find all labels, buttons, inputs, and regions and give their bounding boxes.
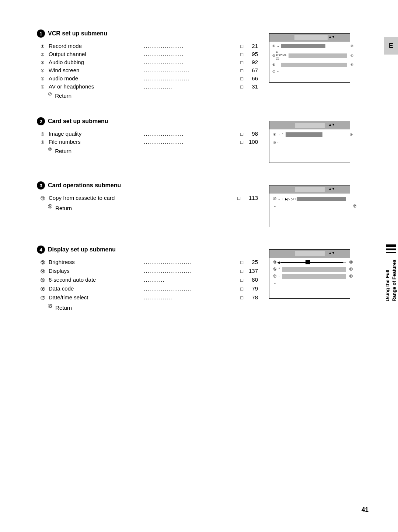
section-card-ops-heading: 3 Card operations submenu (37, 181, 258, 189)
card-ops-diagram: ▲▼ ⑪ → + ▶▷ ▷□ ← ⑫ (269, 185, 350, 227)
dots-14: ......................... (144, 268, 239, 274)
heading-circle-2: 2 (37, 117, 45, 125)
icon-13: □ (240, 260, 243, 265)
display-row14-num-right: ⑭ (349, 260, 353, 265)
vcr-row-1: ① → ② (272, 44, 347, 48)
heading-text-card: Card set up submenu (48, 118, 108, 125)
page-num-17: 78 (245, 294, 258, 300)
section-vcr: 1 VCR set up submenu ① Record mode .....… (37, 29, 365, 99)
card-ops-row11-bar (297, 197, 346, 201)
side-label: Using the Full Range of Features (384, 221, 398, 324)
page-num-13: 25 (245, 259, 258, 265)
return-num-display: ⑱ (48, 303, 52, 309)
return-vcr: ⑦ Return (37, 91, 258, 99)
item-num-11: ⑪ (41, 195, 47, 202)
card-ops-row11-arrow: → (277, 197, 281, 201)
section-display-left: 4 Display set up submenu ⑬ Brightness ..… (37, 246, 258, 311)
card-row8-num: ⑧ (273, 133, 276, 136)
menu-item-image-quality: ⑧ Image quality ..................... □ … (37, 131, 258, 137)
vcr-row1-bar (281, 44, 325, 48)
section-display-heading: 4 Display set up submenu (37, 246, 258, 254)
menu-item-wind-screen: ④ Wind screen ........................ □… (37, 67, 258, 73)
card-ops-diag-updown: ▲▼ (328, 187, 335, 191)
menu-item-audio-dubbing: ③ Audio dubbing ..................... □ … (37, 59, 258, 65)
display-row15-bar (282, 267, 346, 272)
item-num-5: ⑤ (41, 76, 47, 81)
dots-4: ........................ (144, 67, 239, 73)
icon-3: □ (240, 60, 243, 65)
icon-14: □ (240, 268, 243, 274)
menu-item-data-code: ⑯ Data code ......................... □ … (37, 285, 258, 292)
side-label-line2: Range of Features (391, 260, 397, 301)
section-tab-e: E (384, 37, 398, 55)
menu-item-6sec-auto-date: ⑮ 6-second auto date ........... □ 80 (37, 277, 258, 284)
section-card-ops: 3 Card operations submenu ⑪ Copy from ca… (37, 181, 365, 227)
display-diag-header: ▲▼ (269, 250, 350, 258)
return-display: ⑱ Return (37, 303, 258, 311)
card-diagram: ▲▼ ⑧ → " ⑨ ⑩ ← (269, 121, 350, 163)
dots-2: ..................... (144, 51, 239, 57)
item-text-audio-dubbing: Audio dubbing (49, 59, 144, 65)
section-card-setup: 2 Card set up submenu ⑧ Image quality ..… (37, 117, 365, 163)
side-bars-decoration (386, 244, 396, 253)
page-num-14: 137 (245, 268, 258, 274)
item-text-displays: Displays (49, 268, 144, 274)
heading-text-card-ops: Card operations submenu (48, 182, 121, 189)
card-return-row: ⑩ ← (273, 140, 346, 145)
item-text-data-code: Data code (49, 285, 144, 292)
dots-1: ..................... (144, 43, 239, 49)
vcr-row1-arrow: → (276, 44, 280, 48)
card-ops-diag-body: ⑪ → + ▶▷ ▷□ ← ⑫ (269, 194, 350, 227)
return-num-vcr: ⑦ (48, 91, 52, 97)
page-num-15: 80 (245, 277, 258, 283)
display-row-15: ⑮ " ⑯ (273, 267, 346, 272)
vcr-return-num: ⑦ (272, 70, 275, 73)
card-row8-bar (286, 132, 322, 137)
vcr-row3-bar (289, 53, 347, 58)
return-num-card: ⑩ (48, 147, 52, 152)
page-num-8: 98 (245, 131, 258, 137)
item-num-14: ⑭ (41, 268, 47, 275)
menu-item-file-numbers: ⑨ File numbers ..................... □ 1… (37, 139, 258, 145)
tab-label: E (389, 42, 393, 50)
return-text-ops: Return (55, 205, 72, 211)
card-ops-row-11: ⑪ → + ▶▷ ▷□ (273, 197, 346, 201)
display-return-arrow: ← (273, 281, 277, 285)
page-num-16: 79 (245, 285, 258, 292)
icon-15: □ (240, 277, 243, 283)
bar-thick (386, 244, 396, 247)
card-row8-quote: " (282, 133, 283, 137)
return-text-display: Return (55, 305, 72, 311)
heading-circle-1: 1 (37, 29, 45, 38)
dots-6: ............... (144, 83, 239, 90)
dots-13: ......................... (144, 259, 239, 265)
display-diag-header-bar (295, 251, 325, 256)
item-text-brightness: Brightness (49, 259, 144, 265)
icon-6: □ (240, 84, 243, 90)
return-text-vcr: Return (55, 93, 71, 99)
item-num-9: ⑨ (41, 140, 47, 145)
menu-item-brightness: ⑬ Brightness ......................... □… (37, 259, 258, 266)
side-label-text: Using the Full Range of Features (384, 260, 398, 301)
display-row13-track (280, 262, 343, 263)
return-card-ops: ⑫ Return (37, 204, 258, 211)
card-diag-header: ▲▼ (269, 121, 350, 129)
card-ops-row11-symbols: + ▶▷ ▷□ (282, 197, 296, 201)
menu-item-copy-cassette: ⑪ Copy from cassette to card □ 113 (37, 195, 258, 202)
display-row13-plus: + (344, 261, 346, 264)
display-row15-num: ⑮ (273, 267, 276, 272)
item-num-16: ⑯ (41, 286, 47, 292)
page-num-4: 67 (245, 67, 258, 73)
item-text-file-numbers: File numbers (49, 139, 144, 145)
display-row13-slider (306, 260, 310, 264)
menu-item-record-mode: ① Record mode ..................... □ 21 (37, 43, 258, 49)
item-text-wind-screen: Wind screen (49, 67, 144, 73)
vcr-row3-num-right: ④ (350, 54, 353, 58)
display-row18-num-right: ⑱ (349, 274, 353, 279)
item-num-17: ⑰ (41, 295, 47, 301)
display-row17-dot: · (279, 274, 280, 278)
page-number: 41 (362, 506, 369, 514)
dots-16: ......................... (144, 285, 239, 292)
page-num-2: 95 (245, 51, 258, 57)
display-row13-num: ⑬ (273, 260, 276, 265)
